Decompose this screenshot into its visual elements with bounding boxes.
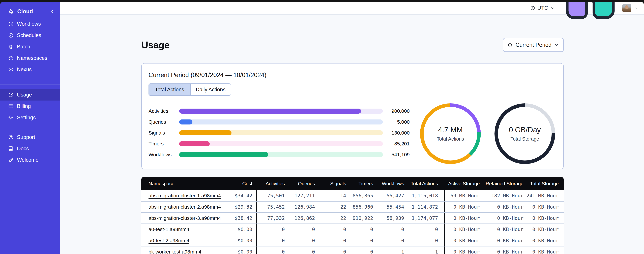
sidebar-divider <box>0 84 60 84</box>
sidebar-item-label: Billing <box>17 103 31 109</box>
namespace-link[interactable]: a0-test-1.a98mm4 <box>148 226 189 232</box>
namespace-link[interactable]: a0-test-2.a98mm4 <box>148 238 189 244</box>
value-cell: 182 MB-Hour <box>480 190 524 201</box>
value-cell: 0 <box>315 246 346 254</box>
bar-row-workflows: Workflows541,109 <box>148 152 410 157</box>
welcome-rocket-icon <box>8 157 14 163</box>
sidebar-item-workflows[interactable]: Workflows <box>0 18 60 30</box>
sidebar-collapse-icon[interactable] <box>50 8 56 14</box>
value-cell: 127,211 <box>285 190 315 201</box>
value-cell: 126,862 <box>285 213 315 224</box>
namespace-cell: abs-migration-cluster-2.a98mm4 <box>141 202 225 212</box>
value-cell: 0 KB-Hour <box>444 213 480 224</box>
user-avatar[interactable] <box>622 4 631 12</box>
sidebar-item-support[interactable]: Support <box>0 132 60 143</box>
value-cell: 0 <box>285 246 315 254</box>
bar-track <box>179 130 383 136</box>
value-cell: 0 KB-Hour <box>444 202 480 212</box>
sidebar-item-label: Nexus <box>17 66 32 72</box>
column-header-activities: Activities <box>256 177 285 190</box>
bar-label: Activities <box>148 108 179 114</box>
tab-daily-actions[interactable]: Daily Actions <box>190 84 231 95</box>
value-cell: 0 <box>346 224 373 235</box>
namespace-link[interactable]: bk-worker-test.a98mm4 <box>148 249 201 254</box>
total-actions-value: 4.7 MM <box>438 126 463 134</box>
sidebar-item-settings[interactable]: Settings <box>0 112 60 123</box>
value-cell: 0 KB-Hour <box>444 224 480 235</box>
chevron-down-icon <box>550 6 555 10</box>
value-cell: 0 <box>404 224 444 235</box>
table-row: a0-test-2.a98mm4$0.000000000 KB-Hour0 KB… <box>141 235 564 246</box>
period-selector-button[interactable]: Current Period <box>503 38 564 52</box>
value-cell: 0 KB-Hour <box>444 235 480 246</box>
column-header-namespace: Namespace <box>141 177 225 190</box>
sidebar-brand[interactable]: Cloud <box>8 7 56 16</box>
bar-track <box>179 120 383 124</box>
donut-center: 0 GB/Day Total Storage <box>494 104 555 164</box>
schedules-icon <box>8 32 14 38</box>
column-header-cost: Cost <box>225 177 256 190</box>
bar-fill <box>179 130 232 136</box>
timezone-label: UTC <box>538 5 548 11</box>
value-cell: 0 KB-Hour <box>524 235 559 246</box>
sidebar-item-label: Support <box>17 134 35 140</box>
batch-layers-icon <box>8 44 14 50</box>
sidebar-item-schedules[interactable]: Schedules <box>0 30 60 41</box>
billing-card-icon <box>8 104 14 109</box>
column-header-signals: Signals <box>315 177 346 190</box>
sidebar-item-usage[interactable]: Usage <box>0 89 60 100</box>
bar-track <box>179 108 383 114</box>
content-area: Usage Current Period Current Period (09/… <box>60 15 644 254</box>
sidebar-item-docs[interactable]: Docs <box>0 143 60 154</box>
sidebar-item-label: Usage <box>17 92 32 98</box>
bar-label: Workflows <box>148 152 179 158</box>
value-cell: 0 KB-Hour <box>480 235 524 246</box>
namespace-link[interactable]: abs-migration-cluster-3.a98mm4 <box>148 215 221 221</box>
namespace-usage-table: NamespaceCostActivitiesQueriesSignalsTim… <box>141 177 564 254</box>
table-row: bk-worker-test.a98mm4$0.000000110 KB-Hou… <box>141 246 564 254</box>
value-cell: 1 <box>404 246 444 254</box>
sidebar-item-label: Workflows <box>17 21 41 27</box>
bar-value: 541,109 <box>383 152 410 158</box>
bar-fill <box>179 108 361 114</box>
value-cell: 14 <box>315 190 346 201</box>
value-cell: 55,427 <box>373 190 404 201</box>
value-cell: 856,960 <box>346 202 373 212</box>
sidebar-item-label: Batch <box>17 44 30 50</box>
sidebar-item-nexus[interactable]: Nexus <box>0 64 60 75</box>
value-cell: $34.42 <box>225 190 256 201</box>
value-cell: $38.42 <box>225 213 256 224</box>
value-cell: 0 KB-Hour <box>480 246 524 254</box>
value-cell: 126,984 <box>285 202 315 212</box>
sidebar-item-welcome[interactable]: Welcome <box>0 154 60 166</box>
total-actions-caption: Total Actions <box>437 136 464 142</box>
tab-total-actions[interactable]: Total Actions <box>149 84 190 95</box>
table-header-row: NamespaceCostActivitiesQueriesSignalsTim… <box>141 177 564 190</box>
value-cell: 1,114,872 <box>404 202 444 212</box>
total-storage-value: 0 GB/Day <box>509 126 541 134</box>
value-cell: 75,501 <box>256 190 285 201</box>
value-cell: 0 <box>346 235 373 246</box>
temporal-cloud-logo-icon <box>8 8 14 14</box>
sidebar-nav: WorkflowsSchedulesBatchNamespacesNexusUs… <box>0 18 60 166</box>
value-cell: $0.00 <box>225 246 256 254</box>
sidebar-item-namespaces[interactable]: Namespaces <box>0 52 60 64</box>
sidebar-item-batch[interactable]: Batch <box>0 41 60 52</box>
bar-fill <box>179 141 210 146</box>
card-title: Current Period (09/01/2024 — 10/01/2024) <box>148 72 556 78</box>
timezone-selector[interactable]: UTC <box>530 5 555 11</box>
column-header-total-actions: Total Actions <box>404 177 444 190</box>
bar-row-queries: Queries5,000 <box>148 120 410 124</box>
total-storage-caption: Total Storage <box>510 136 539 142</box>
namespace-link[interactable]: abs-migration-cluster-2.a98mm4 <box>148 204 221 210</box>
namespace-link[interactable]: abs-migration-cluster-1.a98mm4 <box>148 193 221 198</box>
account-menu[interactable] <box>622 4 638 12</box>
value-cell: 0 KB-Hour <box>480 202 524 212</box>
bar-fill <box>179 120 192 124</box>
namespace-cube-icon <box>8 55 14 61</box>
sidebar-item-billing[interactable]: Billing <box>0 100 60 112</box>
support-lifering-icon <box>8 134 14 140</box>
column-header-queries: Queries <box>285 177 315 190</box>
bar-label: Signals <box>148 130 179 136</box>
namespace-cell: abs-migration-cluster-1.a98mm4 <box>141 190 225 201</box>
